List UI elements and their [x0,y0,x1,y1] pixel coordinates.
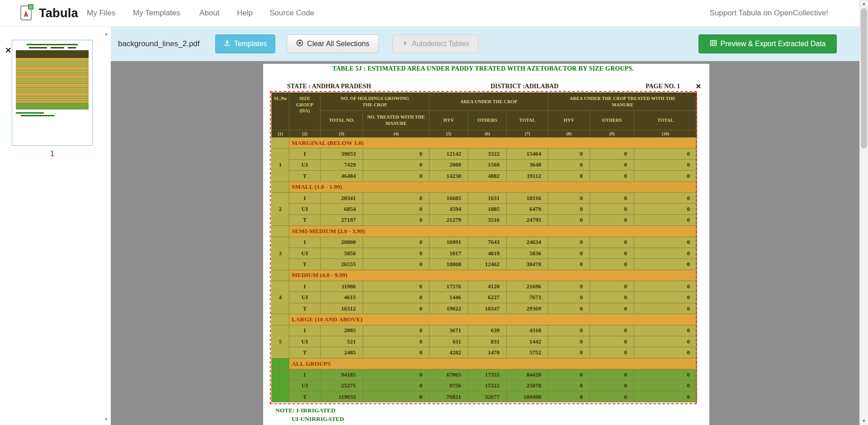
main-area: background_lines_2.pdf Templates [111,27,859,425]
pdf-page[interactable]: TABLE 5J : ESTIMATED AREA UNDER PADDY TR… [263,64,709,425]
page-thumbnail[interactable] [12,40,93,146]
templates-icon [224,40,231,48]
page-no-label: PAGE NO. 1 [646,83,680,90]
note-line-1: NOTE: I-IRRIGATED [275,407,335,414]
selection-close-icon[interactable]: ✕ [695,82,701,91]
thumb-table-header [16,50,89,58]
support-link[interactable]: Support Tabula on OpenCollective! [710,0,828,26]
clear-circle-x-icon [296,39,303,48]
district-label: DISTRICT :ADILABAD [491,83,558,90]
nav-my-files[interactable]: My Files [87,0,115,26]
pdf-viewer[interactable]: TABLE 5J : ESTIMATED AREA UNDER PADDY TR… [111,61,859,425]
thumb-rows [16,60,89,67]
thumb-all-groups-rows [16,103,89,110]
autodetect-tables-label: Autodetect Tables [412,40,469,48]
preview-export-label: Preview & Export Extracted Data [721,40,826,48]
templates-button-label: Templates [234,40,267,48]
note-line-2: UI-UNIRRIGATED [292,415,344,423]
sidebar-scroll-up-icon[interactable]: ▲ [104,31,108,36]
thumb-rows [16,86,89,92]
nav-about[interactable]: About [199,0,219,26]
lightning-bolt-icon [402,40,408,48]
delete-page-icon[interactable]: ✕ [5,46,11,55]
sidebar-scroll-down-icon[interactable]: ▼ [104,417,108,422]
thumb-title-line [27,44,78,45]
nav-help[interactable]: Help [237,0,253,26]
table-selection[interactable]: ✕ [270,91,697,404]
scrollbar-up-icon[interactable]: ▲ [860,0,868,8]
brand[interactable]: Tabula [20,0,78,27]
templates-button[interactable]: Templates [215,34,275,53]
preview-export-button[interactable]: Preview & Export Extracted Data [698,34,837,53]
thumb-subtitle-line [16,47,89,48]
thumb-rows [16,77,89,84]
filename-label: background_lines_2.pdf [118,27,200,61]
thumb-rows [16,68,89,75]
brand-title: Tabula [39,6,78,20]
document-title: TABLE 5J : ESTIMATED AREA UNDER PADDY TR… [271,65,695,72]
nav-source-code[interactable]: Source Code [269,0,314,26]
toolbar: background_lines_2.pdf Templates [111,27,859,61]
window-scrollbar[interactable]: ▲ ▼ [859,0,868,425]
page-number-label: 1 [12,150,93,158]
state-label: STATE : ANDHRA PRADESH [287,83,371,90]
sidebar: ✕ 1 ▲ ▼ [0,27,111,425]
autodetect-tables-button[interactable]: Autodetect Tables [392,34,479,53]
clear-selections-label: Clear All Selections [307,40,369,48]
thumb-rows [16,94,89,101]
clear-selections-button[interactable]: Clear All Selections [287,34,379,53]
table-grid-icon [710,39,717,48]
scrollbar-thumb[interactable] [861,8,867,148]
scrollbar-down-icon[interactable]: ▼ [860,417,868,425]
tabula-logo [20,4,34,23]
tabula-app: Tabula My Files My Templates About Help … [0,0,868,425]
nav-my-templates[interactable]: My Templates [133,0,180,26]
navbar: Tabula My Files My Templates About Help … [0,0,859,27]
thumb-notes [16,112,89,116]
